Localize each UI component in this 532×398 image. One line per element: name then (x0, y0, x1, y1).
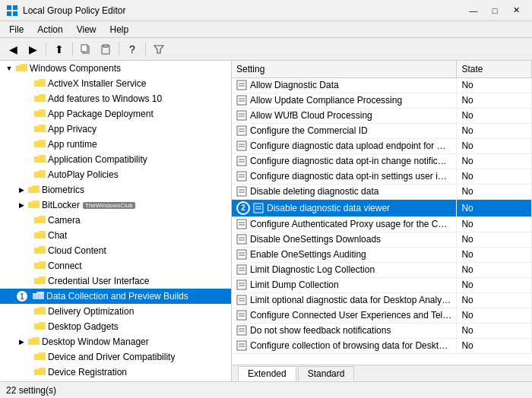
folder-icon (33, 138, 46, 150)
close-button[interactable]: ✕ (506, 3, 526, 18)
back-button[interactable]: ◀ (5, 41, 21, 58)
status-text: 22 setting(s) (6, 385, 56, 396)
tree-item-app-package[interactable]: App Package Deployment (0, 106, 231, 122)
paste-button[interactable] (97, 41, 114, 58)
tree-label: Connect (48, 261, 82, 271)
table-row[interactable]: Configure Connected User Experiences and… (232, 308, 532, 323)
minimize-button[interactable]: — (464, 3, 483, 18)
tree-item-app-compat[interactable]: Application Compatibility (0, 152, 231, 167)
menu-help[interactable]: Help (104, 23, 135, 36)
help-button[interactable]: ? (124, 41, 141, 58)
table-row[interactable]: Allow Update Compliance ProcessingNo (232, 93, 532, 108)
setting-state: No (457, 323, 532, 338)
col-header-state: State (457, 61, 532, 77)
maximize-button[interactable]: □ (485, 3, 505, 18)
table-row[interactable]: 2Disable diagnostic data viewerNo (232, 199, 532, 216)
tree-item-connect[interactable]: Connect (0, 258, 231, 273)
svg-rect-48 (237, 280, 246, 289)
main-content: ▼ Windows Components ActiveX Installer S… (0, 61, 532, 381)
tree-item-biometrics[interactable]: ▶ Biometrics (0, 182, 231, 197)
tree-item-autoplay[interactable]: AutoPlay Policies (0, 167, 231, 182)
tree-item-cloud-content[interactable]: Cloud Content (0, 243, 231, 258)
table-row[interactable]: Configure diagnostic data upload endpoin… (232, 138, 532, 153)
table-row[interactable]: Disable OneSettings DownloadsNo (232, 232, 532, 247)
setting-label: Do not show feedback notifications (250, 325, 391, 336)
tab-extended[interactable]: Extended (238, 366, 296, 381)
table-row[interactable]: Configure Authenticated Proxy usage for … (232, 216, 532, 232)
forward-button[interactable]: ▶ (24, 41, 41, 58)
filter-button[interactable] (150, 41, 167, 58)
expand-spacer (21, 351, 33, 363)
setting-label: Configure diagnostic data opt-in change … (250, 156, 457, 166)
setting-label: Configure Authenticated Proxy usage for … (250, 219, 457, 229)
table-row[interactable]: Allow Diagnostic DataNo (232, 77, 532, 93)
table-row[interactable]: Enable OneSettings AuditingNo (232, 247, 532, 262)
tree-item-desktop-gadgets[interactable]: Desktop Gadgets (0, 319, 231, 334)
folder-icon (33, 366, 46, 378)
svg-rect-30 (237, 187, 246, 196)
setting-label: Configure diagnostic data upload endpoin… (250, 141, 457, 151)
table-row[interactable]: Limit Diagnostic Log CollectionNo (232, 262, 532, 277)
menu-action[interactable]: Action (31, 23, 68, 36)
tree-item-bitlocker[interactable]: ▶ BitLocker TheWindowsClub (0, 197, 231, 213)
tree-item-add-features[interactable]: Add features to Windows 10 (0, 91, 231, 106)
menu-file[interactable]: File (3, 23, 30, 36)
table-row[interactable]: Limit optional diagnostic data for Deskt… (232, 292, 532, 308)
copy-button[interactable] (78, 41, 94, 58)
app-icon (6, 5, 18, 17)
setting-label: Configure diagnostic data opt-in setting… (250, 171, 457, 182)
folder-icon (33, 214, 46, 226)
tree-item-digital-locker[interactable]: Digital Locker (0, 380, 231, 381)
tree-label: Windows Components (30, 63, 121, 74)
expand-spacer (21, 77, 33, 90)
tree-item-app-privacy[interactable]: App Privacy (0, 122, 231, 137)
tree-item-desktop-window[interactable]: ▶ Desktop Window Manager (0, 334, 231, 349)
setting-state: No (457, 184, 532, 199)
col-header-setting: Setting (232, 61, 457, 77)
svg-rect-18 (237, 126, 246, 135)
tree-item-windows-components[interactable]: ▼ Windows Components (0, 61, 231, 76)
setting-icon (236, 219, 247, 229)
setting-label: Enable OneSettings Auditing (250, 249, 366, 260)
svg-rect-42 (237, 250, 246, 259)
table-row[interactable]: Configure diagnostic data opt-in setting… (232, 169, 532, 184)
expand-spacer (21, 229, 33, 242)
setting-state: No (457, 199, 532, 216)
menu-view[interactable]: View (71, 23, 103, 36)
tree-item-camera[interactable]: Camera (0, 213, 231, 228)
setting-icon (236, 264, 247, 275)
expand-spacer (21, 275, 33, 287)
setting-state: No (457, 247, 532, 262)
table-row[interactable]: Configure diagnostic data opt-in change … (232, 153, 532, 169)
expand-spacer (21, 260, 33, 272)
setting-label: Disable deleting diagnostic data (250, 186, 378, 197)
expand-spacer (21, 321, 33, 333)
table-row[interactable]: Do not show feedback notificationsNo (232, 323, 532, 338)
table-row[interactable]: Disable deleting diagnostic dataNo (232, 184, 532, 199)
svg-rect-33 (254, 204, 263, 213)
tree-label: Add features to Windows 10 (48, 93, 162, 104)
setting-icon (236, 95, 247, 106)
tree-item-data-collection[interactable]: 1 Data Collection and Preview Builds (0, 289, 231, 304)
tree-item-activex[interactable]: ActiveX Installer Service (0, 76, 231, 91)
table-row[interactable]: Limit Dump CollectionNo (232, 277, 532, 292)
setting-state: No (457, 277, 532, 292)
svg-rect-27 (237, 172, 246, 181)
setting-state: No (457, 292, 532, 308)
svg-rect-24 (237, 156, 246, 166)
tree-item-delivery-opt[interactable]: Delivery Optimization (0, 304, 231, 319)
expand-spacer (21, 93, 33, 105)
table-row[interactable]: Allow WUfB Cloud ProcessingNo (232, 108, 532, 123)
tree-item-credential-ui[interactable]: Credential User Interface (0, 273, 231, 289)
tree-item-device-registration[interactable]: Device Registration (0, 365, 231, 380)
tab-standard[interactable]: Standard (298, 366, 355, 381)
expand-spacer (21, 214, 33, 226)
tree-item-chat[interactable]: Chat (0, 228, 231, 243)
table-row[interactable]: Configure the Commercial IDNo (232, 123, 532, 138)
up-button[interactable]: ⬆ (51, 41, 68, 58)
table-row[interactable]: Configure collection of browsing data fo… (232, 338, 532, 353)
tree-label: AutoPlay Policies (48, 169, 119, 180)
setting-label: Configure Connected User Experiences and… (250, 310, 457, 321)
tree-item-device-driver[interactable]: Device and Driver Compatibility (0, 349, 231, 365)
tree-item-app-runtime[interactable]: App runtime (0, 137, 231, 152)
